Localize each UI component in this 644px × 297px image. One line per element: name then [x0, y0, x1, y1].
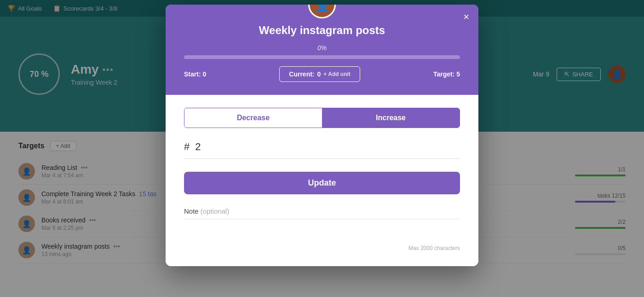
modal-body: Decrease Increase # Update Note (optiona… — [166, 95, 478, 266]
progress-section: 0% — [184, 44, 460, 59]
number-hash: # — [184, 141, 190, 153]
progress-bar-bg — [184, 55, 460, 59]
current-label: Current: — [289, 70, 314, 78]
target-value: 5 — [456, 70, 460, 78]
modal-header: 👤 × Weekly instagram posts 0% Start: 0 C… — [166, 5, 478, 95]
modal: 👤 × Weekly instagram posts 0% Start: 0 C… — [166, 5, 478, 266]
note-maxlength: Max 2000 characters — [184, 245, 460, 251]
current-value: 0 — [317, 70, 321, 78]
note-optional: (optional) — [201, 207, 230, 215]
progress-labels: Start: 0 Current: 0 + Add unit Target: 5 — [184, 66, 460, 82]
modal-title: Weekly instagram posts — [184, 24, 460, 37]
start-value: 0 — [202, 70, 206, 78]
note-section: Note (optional) Max 2000 characters — [184, 207, 460, 251]
modal-avatar: 👤 — [308, 5, 336, 18]
number-input[interactable] — [195, 141, 232, 153]
increase-button[interactable]: Increase — [322, 108, 460, 128]
update-button[interactable]: Update — [184, 172, 460, 194]
start-label: Start: 0 — [184, 70, 206, 78]
add-unit-label: + Add unit — [323, 71, 351, 77]
number-input-area: # — [184, 141, 460, 159]
current-button[interactable]: Current: 0 + Add unit — [279, 66, 360, 82]
modal-overlay[interactable]: 👤 × Weekly instagram posts 0% Start: 0 C… — [0, 0, 644, 297]
note-label: Note (optional) — [184, 207, 460, 215]
modal-close-button[interactable]: × — [463, 12, 469, 22]
decrease-increase-toggle: Decrease Increase — [184, 108, 460, 128]
decrease-button[interactable]: Decrease — [184, 108, 322, 128]
progress-percent-label: 0% — [184, 44, 460, 52]
target-label: Target: 5 — [433, 70, 460, 78]
note-divider — [184, 219, 460, 219]
note-textarea[interactable] — [184, 223, 460, 241]
